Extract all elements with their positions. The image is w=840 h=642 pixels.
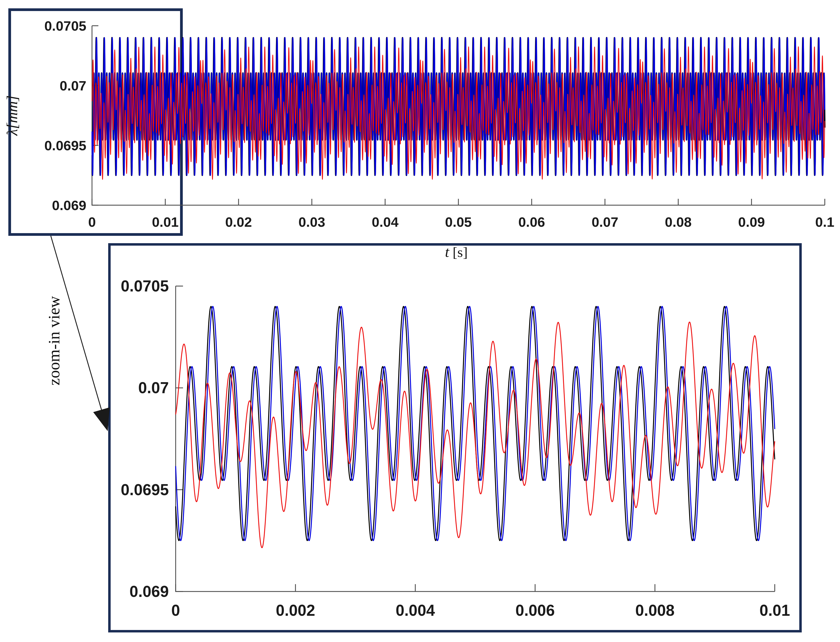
zoom-view-curves <box>175 306 775 548</box>
x-tick-label: 0.008 <box>635 601 675 619</box>
x-tick-label: 0.02 <box>225 214 252 230</box>
x-tick-label: 0 <box>88 214 96 230</box>
y-tick-label: 0.07 <box>60 78 86 93</box>
y-axis-title: λ[mm] <box>4 96 20 136</box>
x-tick-label: 0.08 <box>665 214 692 230</box>
x-tick-label: 0.06 <box>518 214 545 230</box>
x-axis-title-unit: [s] <box>453 244 468 260</box>
curve-black <box>175 306 775 540</box>
x-tick-label: 0.1 <box>815 214 834 230</box>
x-tick-label: 0.004 <box>396 601 435 619</box>
y-tick-label: 0.0695 <box>121 481 169 499</box>
x-tick-label: 0 <box>171 601 180 619</box>
x-tick-label: 0.07 <box>591 214 618 230</box>
curve-blue <box>175 306 775 540</box>
figure-svg: zoom-in view 00.010.020.030.040.050.060.… <box>0 0 840 642</box>
x-tick-label: 0.01 <box>760 601 790 619</box>
y-tick-label: 0.0705 <box>44 18 86 34</box>
chart-full-view: 00.010.020.030.040.050.060.070.080.090.1… <box>4 18 834 260</box>
y-tick-label: 0.0705 <box>121 277 169 295</box>
zoom-arrow-label: zoom-in view <box>45 296 63 385</box>
x-axis-title: t[s] <box>445 243 468 260</box>
y-tick-label: 0.069 <box>52 198 86 213</box>
y-tick-label: 0.07 <box>138 379 169 397</box>
x-tick-label: 0.01 <box>152 214 179 230</box>
figure-canvas: zoom-in view 00.010.020.030.040.050.060.… <box>0 0 840 642</box>
x-tick-label: 0.006 <box>515 601 555 619</box>
y-tick-label: 0.0695 <box>44 138 86 153</box>
y-tick-label: 0.069 <box>130 583 169 600</box>
x-tick-label: 0.002 <box>276 601 315 619</box>
x-tick-label: 0.09 <box>738 214 765 230</box>
x-tick-label: 0.05 <box>445 214 472 230</box>
x-tick-label: 0.04 <box>372 214 398 230</box>
chart-zoom-view: 00.0020.0040.0060.0080.010.0690.06950.07… <box>121 277 790 619</box>
full-view-curves <box>92 38 825 180</box>
x-tick-label: 0.03 <box>299 214 325 230</box>
x-axis-title-var: t <box>445 243 450 260</box>
